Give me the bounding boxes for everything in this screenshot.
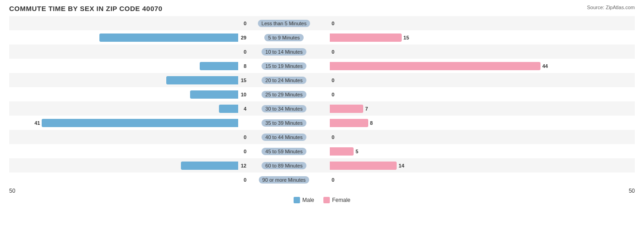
left-bar-area: 0 — [9, 16, 238, 30]
left-bar-area: 29 — [9, 30, 238, 45]
right-bar-area: 0 — [330, 73, 559, 87]
male-bar — [99, 33, 238, 42]
legend-male-box — [294, 197, 300, 203]
male-value: 0 — [244, 149, 246, 154]
row-label: 90 or more Minutes — [238, 176, 330, 184]
female-value: 15 — [404, 35, 409, 40]
axis-right: 50 — [629, 188, 635, 194]
legend-female-box — [323, 197, 330, 203]
right-bar-area: 14 — [330, 158, 559, 173]
table-row: 0 10 to 14 Minutes 0 — [9, 45, 635, 59]
table-row: 10 25 to 29 Minutes 0 — [9, 87, 635, 101]
female-bar — [330, 33, 402, 42]
right-bar-area: 15 — [330, 30, 559, 45]
table-row: 15 20 to 24 Minutes 0 — [9, 73, 635, 87]
legend-male-label: Male — [302, 197, 314, 203]
male-value: 15 — [241, 78, 246, 83]
female-value: 8 — [370, 120, 373, 126]
male-value: 41 — [34, 120, 40, 126]
table-row: 0 40 to 44 Minutes 0 — [9, 130, 635, 144]
chart-rows: 0 Less than 5 Minutes 0 29 5 to 9 Minute… — [9, 16, 635, 187]
left-bar-area: 4 — [9, 101, 238, 116]
left-bar-area: 8 — [9, 59, 238, 73]
chart-title: COMMUTE TIME BY SEX IN ZIP CODE 40070 — [9, 5, 635, 12]
female-value: 0 — [332, 21, 334, 26]
row-label: 45 to 59 Minutes — [238, 148, 330, 155]
row-label: 10 to 14 Minutes — [238, 48, 330, 56]
male-value: 12 — [241, 163, 246, 168]
male-bar — [181, 162, 238, 170]
axis-left: 50 — [9, 188, 15, 194]
male-value: 0 — [244, 177, 246, 183]
row-label: 60 to 89 Minutes — [238, 162, 330, 169]
left-bar-area: 41 — [9, 116, 238, 130]
male-value: 0 — [244, 49, 246, 55]
left-bar-area: 12 — [9, 158, 238, 173]
male-bar — [42, 119, 238, 127]
row-label: 20 to 24 Minutes — [238, 77, 330, 84]
table-row: 0 45 to 59 Minutes 5 — [9, 144, 635, 158]
female-value: 7 — [365, 106, 368, 112]
female-bar — [330, 105, 363, 113]
chart-container: COMMUTE TIME BY SEX IN ZIP CODE 40070 So… — [0, 0, 644, 240]
right-bar-area: 8 — [330, 116, 559, 130]
female-value: 0 — [332, 134, 334, 140]
left-bar-area: 0 — [9, 173, 238, 187]
source-label: Source: ZipAtlas.com — [587, 5, 635, 10]
table-row: 0 90 or more Minutes 0 — [9, 173, 635, 187]
table-row: 12 60 to 89 Minutes 14 — [9, 158, 635, 173]
female-value: 44 — [542, 63, 548, 69]
male-bar — [219, 105, 238, 113]
male-value: 10 — [241, 92, 246, 97]
male-bar — [200, 62, 238, 70]
left-bar-area: 15 — [9, 73, 238, 87]
left-bar-area: 0 — [9, 144, 238, 158]
table-row: 29 5 to 9 Minutes 15 — [9, 30, 635, 45]
right-bar-area: 44 — [330, 59, 559, 73]
table-row: 8 15 to 19 Minutes 44 — [9, 59, 635, 73]
female-bar — [330, 162, 397, 170]
female-value: 0 — [332, 177, 334, 183]
legend-female-label: Female — [332, 197, 350, 203]
legend: Male Female — [9, 197, 635, 203]
row-label: 30 to 34 Minutes — [238, 105, 330, 112]
male-bar — [166, 76, 238, 84]
female-value: 0 — [332, 92, 334, 97]
female-value: 5 — [355, 149, 358, 154]
row-label: 5 to 9 Minutes — [238, 34, 330, 41]
female-bar — [330, 119, 368, 127]
row-label: 25 to 29 Minutes — [238, 91, 330, 98]
legend-female: Female — [323, 197, 350, 203]
male-value: 0 — [244, 134, 246, 140]
right-bar-area: 0 — [330, 87, 559, 101]
right-bar-area: 0 — [330, 45, 559, 59]
female-bar — [330, 62, 540, 70]
male-value: 8 — [244, 63, 246, 69]
table-row: 4 30 to 34 Minutes 7 — [9, 101, 635, 116]
left-bar-area: 0 — [9, 130, 238, 144]
female-value: 0 — [332, 78, 334, 83]
male-value: 4 — [244, 106, 246, 112]
right-bar-area: 0 — [330, 173, 559, 187]
table-row: 41 35 to 39 Minutes 8 — [9, 116, 635, 130]
right-bar-area: 7 — [330, 101, 559, 116]
row-label: 15 to 19 Minutes — [238, 62, 330, 70]
right-bar-area: 5 — [330, 144, 559, 158]
male-bar — [190, 90, 238, 99]
female-value: 0 — [332, 49, 334, 55]
table-row: 0 Less than 5 Minutes 0 — [9, 16, 635, 30]
male-value: 29 — [241, 35, 246, 40]
female-value: 14 — [398, 163, 404, 168]
female-bar — [330, 147, 354, 156]
right-bar-area: 0 — [330, 130, 559, 144]
axis-labels: 50 50 — [9, 188, 635, 194]
left-bar-area: 0 — [9, 45, 238, 59]
legend-male: Male — [294, 197, 314, 203]
right-bar-area: 0 — [330, 16, 559, 30]
row-label: 35 to 39 Minutes — [238, 119, 330, 127]
left-bar-area: 10 — [9, 87, 238, 101]
row-label: Less than 5 Minutes — [238, 20, 330, 27]
male-value: 0 — [244, 21, 246, 26]
row-label: 40 to 44 Minutes — [238, 134, 330, 141]
